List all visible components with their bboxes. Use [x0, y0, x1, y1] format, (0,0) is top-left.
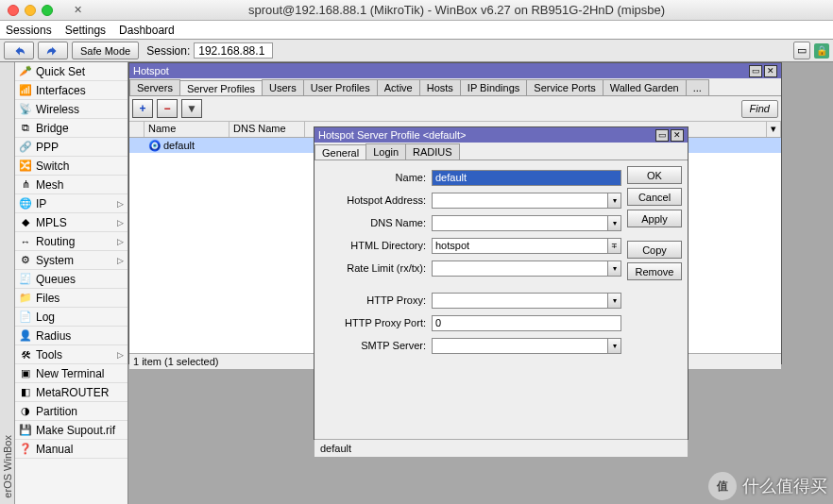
- sidebar-item-quick-set[interactable]: 🥕Quick Set: [15, 62, 128, 81]
- sidebar-item-ppp[interactable]: 🔗PPP: [15, 138, 128, 157]
- sidebar-item-partition[interactable]: ◑Partition: [15, 402, 128, 421]
- safe-mode-button[interactable]: Safe Mode: [72, 42, 139, 59]
- submenu-icon: ▷: [117, 199, 124, 209]
- item-icon: ❓: [19, 443, 32, 456]
- tab-ip-bindings[interactable]: IP Bindings: [460, 79, 527, 95]
- menu-settings[interactable]: Settings: [65, 24, 106, 37]
- minimize-icon[interactable]: [25, 5, 36, 16]
- remove-button[interactable]: Remove: [627, 262, 682, 280]
- close-icon[interactable]: ✕: [764, 65, 777, 77]
- sidebar-item-files[interactable]: 📁Files: [15, 289, 128, 308]
- tab-users[interactable]: Users: [262, 79, 304, 95]
- add-button[interactable]: +: [132, 99, 153, 118]
- sidebar-item-system[interactable]: ⚙System▷: [15, 251, 128, 270]
- pport-input[interactable]: [432, 315, 621, 331]
- dns-input[interactable]: [432, 215, 608, 231]
- ok-button[interactable]: OK: [627, 166, 682, 184]
- html-dd-icon[interactable]: ∓: [608, 238, 621, 254]
- sidebar-item-bridge[interactable]: ⧉Bridge: [15, 119, 128, 138]
- main-toolbar: Safe Mode Session: 192.168.88.1 ▭ 🔒: [0, 40, 833, 62]
- hotspot-title: Hotspot: [133, 65, 169, 76]
- tab-service-ports[interactable]: Service Ports: [526, 79, 603, 95]
- rate-input[interactable]: [432, 260, 608, 277]
- submenu-icon: ▷: [117, 218, 124, 227]
- sidebar-item-make-supout.rif[interactable]: 💾Make Supout.rif: [15, 421, 128, 440]
- thumb-icon: 值: [708, 472, 737, 500]
- find-button[interactable]: Find: [741, 100, 778, 118]
- session-value[interactable]: 192.168.88.1: [194, 42, 273, 59]
- proxy-dd-icon[interactable]: ▾: [608, 293, 621, 309]
- addr-dd-icon[interactable]: ▾: [608, 193, 621, 209]
- sidebar-item-switch[interactable]: 🔀Switch: [15, 157, 128, 176]
- hotspot-tabs: ServersServer ProfilesUsersUser Profiles…: [129, 78, 781, 96]
- dns-dd-icon[interactable]: ▾: [608, 215, 621, 231]
- tab-...[interactable]: ...: [686, 79, 709, 95]
- sidebar-item-metarouter[interactable]: ◧MetaROUTER: [15, 383, 128, 402]
- sidebar-item-mesh[interactable]: ⋔Mesh: [15, 176, 128, 194]
- sidebar-item-ip[interactable]: 🌐IP▷: [15, 194, 128, 213]
- item-icon: 👤: [19, 329, 32, 343]
- name-input[interactable]: [432, 170, 621, 186]
- min-icon[interactable]: ▭: [749, 65, 762, 77]
- smtp-dd-icon[interactable]: ▾: [608, 338, 621, 354]
- proxy-label: HTTP Proxy:: [320, 294, 432, 306]
- sidebar-item-log[interactable]: 📄Log: [15, 308, 128, 327]
- rate-dd-icon[interactable]: ▾: [608, 260, 621, 277]
- hotspot-toolbar: + − ▼ Find: [129, 96, 781, 122]
- sidebar-item-manual[interactable]: ❓Manual: [15, 440, 128, 459]
- sidebar-item-new-terminal[interactable]: ▣New Terminal: [15, 364, 128, 383]
- item-icon: 🥕: [19, 65, 32, 78]
- tab-server-profiles[interactable]: Server Profiles: [179, 80, 263, 96]
- submenu-icon: ▷: [117, 256, 124, 265]
- dialog-form: Name: Hotspot Address:▾ DNS Name:▾ HTML …: [320, 166, 621, 433]
- item-icon: 📁: [19, 292, 32, 305]
- sidebar-item-interfaces[interactable]: 📶Interfaces: [15, 81, 128, 100]
- copy-button[interactable]: Copy: [627, 241, 682, 259]
- lock-icon[interactable]: 🔒: [814, 43, 829, 59]
- tab-hosts[interactable]: Hosts: [419, 79, 461, 95]
- item-icon: ⋔: [19, 178, 32, 192]
- sidebar-item-tools[interactable]: 🛠Tools▷: [15, 345, 128, 364]
- close-icon[interactable]: ✕: [671, 129, 684, 142]
- remove-button[interactable]: −: [157, 99, 178, 118]
- col-dd-icon[interactable]: ▾: [767, 122, 781, 137]
- window-title: sprout@192.168.88.1 (MikroTik) - WinBox …: [88, 3, 825, 17]
- sidebar-item-routing[interactable]: ↔Routing▷: [15, 232, 128, 251]
- menu-dashboard[interactable]: Dashboard: [119, 24, 175, 37]
- tab-walled-garden[interactable]: Walled Garden: [603, 79, 687, 95]
- name-label: Name:: [320, 172, 432, 183]
- filter-button[interactable]: ▼: [181, 99, 202, 118]
- sidebar-item-mpls[interactable]: ◆MPLS▷: [15, 213, 128, 232]
- col-dns[interactable]: DNS Name: [230, 122, 305, 137]
- dlg-tab-radius[interactable]: RADIUS: [405, 143, 460, 160]
- cancel-button[interactable]: Cancel: [627, 188, 682, 206]
- proxy-input[interactable]: [432, 293, 608, 309]
- hotspot-header[interactable]: Hotspot ▭ ✕: [129, 63, 781, 78]
- undo-button[interactable]: [4, 42, 34, 59]
- tab-active[interactable]: Active: [377, 79, 420, 95]
- smtp-input[interactable]: [432, 338, 608, 354]
- sidebar-item-wireless[interactable]: 📡Wireless: [15, 100, 128, 119]
- close-icon[interactable]: [8, 5, 19, 16]
- col-name[interactable]: Name: [144, 122, 230, 137]
- dlg-tab-general[interactable]: General: [314, 144, 366, 160]
- item-icon: 🌐: [19, 197, 32, 210]
- sidebar-item-queues[interactable]: 🧾Queues: [15, 270, 128, 289]
- dialog-footer: default: [314, 439, 688, 457]
- dlg-tab-login[interactable]: Login: [366, 143, 406, 160]
- item-icon: 🔗: [19, 141, 32, 154]
- redo-button[interactable]: [38, 42, 68, 59]
- submenu-icon: ▷: [117, 350, 124, 360]
- apply-button[interactable]: Apply: [627, 210, 682, 227]
- note-button[interactable]: ▭: [793, 42, 810, 59]
- html-input[interactable]: [432, 238, 608, 254]
- item-icon: 🛠: [19, 348, 32, 361]
- tab-user-profiles[interactable]: User Profiles: [303, 79, 378, 95]
- dialog-header[interactable]: Hotspot Server Profile <default> ▭ ✕: [314, 127, 688, 143]
- sidebar-item-radius[interactable]: 👤Radius: [15, 327, 128, 345]
- tab-servers[interactable]: Servers: [129, 79, 180, 95]
- menu-sessions[interactable]: Sessions: [6, 24, 52, 37]
- min-icon[interactable]: ▭: [655, 129, 669, 142]
- addr-input[interactable]: [432, 193, 608, 209]
- zoom-icon[interactable]: [42, 5, 53, 16]
